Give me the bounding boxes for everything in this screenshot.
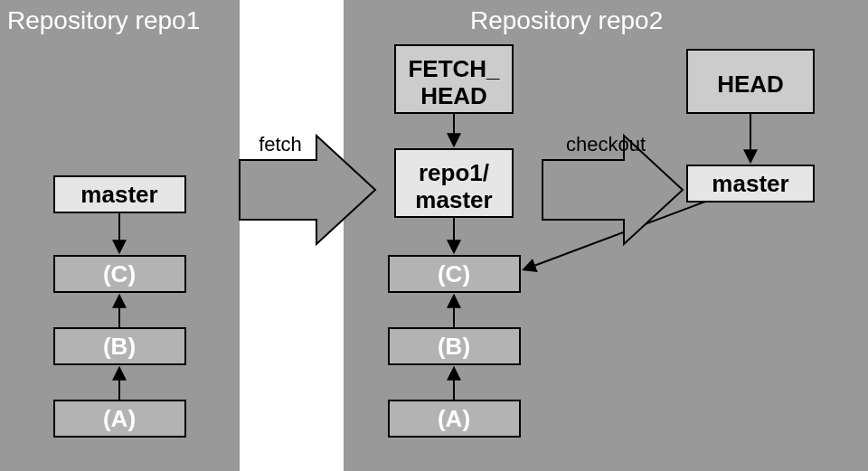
fetch-head-label-2: HEAD [420, 82, 487, 109]
head-label: HEAD [717, 71, 784, 98]
repo1-master-label: master [80, 181, 157, 208]
remote-branch-label-2: master [415, 186, 492, 213]
diagram-root: Repository repo1 master (C) (B) (A) Repo… [0, 0, 868, 471]
repo2-commit-a-label: (A) [438, 405, 470, 432]
repo1-commit-a-label: (A) [103, 405, 136, 432]
remote-branch-label-1: repo1/ [419, 159, 489, 186]
repo2-commit-c-label: (C) [438, 260, 470, 287]
repo2-title: Repository repo2 [470, 6, 663, 34]
repo1-title: Repository repo1 [7, 6, 200, 34]
repo2-master-label: master [712, 170, 788, 197]
fetch-label: fetch [259, 133, 302, 155]
repo1-commit-c-label: (C) [103, 260, 136, 287]
repo2-commit-b-label: (B) [438, 333, 470, 360]
fetch-head-label-1: FETCH_ [408, 55, 500, 82]
repo1-commit-b-label: (B) [103, 333, 136, 360]
checkout-label: checkout [566, 133, 646, 155]
